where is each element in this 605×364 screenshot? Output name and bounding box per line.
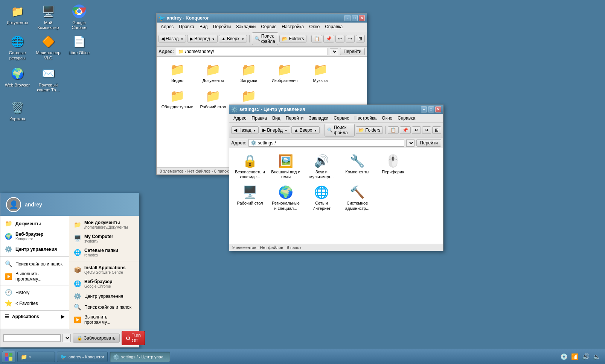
menu-item-favorites[interactable]: ⭐ < Favorites xyxy=(0,298,69,309)
menu-vid[interactable]: Вид xyxy=(197,23,210,30)
konqueror-minimize-btn[interactable]: – xyxy=(344,15,351,21)
s-search-btn[interactable]: 🔍 Поиск файла xyxy=(325,124,355,136)
file-icon-images[interactable]: 📁 Изображения xyxy=(268,61,302,85)
menu-item-webbrowser[interactable]: 🌍 Веб-браузер Konqueror xyxy=(0,229,69,243)
view-mode-btn[interactable]: ⊞ xyxy=(356,35,365,42)
right-item-mydocs[interactable]: 📁 Мои документы /home/andrey/Документы xyxy=(69,218,139,232)
settings-item-sound[interactable]: 🔊 Звук и мультимед... xyxy=(305,152,338,181)
lock-button[interactable]: 🔒 Заблокировать xyxy=(73,334,120,343)
settings-item-regional[interactable]: 🌍 Региональные и специал... xyxy=(269,183,303,212)
menu-zakladki[interactable]: Закладки xyxy=(234,23,258,30)
settings-item-sysadmin[interactable]: 🔨 Системное администр... xyxy=(340,183,374,212)
smenu-pereiti[interactable]: Перейти xyxy=(283,115,306,121)
menu-pravka[interactable]: Правка xyxy=(177,23,197,30)
desktop-icon-documents[interactable]: 📁 Документы xyxy=(4,4,31,30)
desktop-icon-web[interactable]: 🌍 Web Browser xyxy=(4,66,31,93)
settings-item-network[interactable]: 🌐 Сеть и Интернет xyxy=(305,183,338,212)
smenu-pravka[interactable]: Правка xyxy=(249,115,269,121)
settings-item-periphery[interactable]: 🖱️ Периферия xyxy=(376,152,410,181)
smenu-spravka[interactable]: Справка xyxy=(395,115,418,121)
desktop-icon-vlc[interactable]: 🔶 Медиаплеер VLC xyxy=(35,34,62,60)
smenu-okno[interactable]: Окно xyxy=(379,115,395,121)
search-btn[interactable]: 🔍 Поиск файла xyxy=(252,32,279,45)
go-btn[interactable]: Перейти xyxy=(340,48,365,55)
menu-pereiti[interactable]: Перейти xyxy=(211,23,233,30)
right-item-network[interactable]: 🌐 Сетевые папки remote:/ xyxy=(69,246,139,259)
menu-okno[interactable]: Окно xyxy=(307,23,322,30)
start-search-dropdown[interactable] xyxy=(62,334,71,342)
menu-item-findfiles[interactable]: 🔍 Поиск файлов и папок xyxy=(0,258,69,269)
settings-titlebar[interactable]: ⚙️ settings:/ - Центр управления – □ ✕ xyxy=(229,105,443,114)
s-address-input[interactable]: ⚙️ settings:/ xyxy=(248,139,405,147)
right-item-mycomp[interactable]: 🖥️ My Computer system:/ xyxy=(69,232,139,246)
settings-item-appearance[interactable]: 🖼️ Внешний вид и темы xyxy=(269,152,303,181)
smenu-nastroika[interactable]: Настройка xyxy=(352,115,379,121)
smenu-zakladki[interactable]: Закладки xyxy=(306,115,331,121)
volume-icon[interactable]: 🔈 xyxy=(592,352,601,361)
toolbar-extra2[interactable]: ↪ xyxy=(346,35,355,42)
turnoff-button[interactable]: ⏻ Turn Off xyxy=(122,331,145,345)
right-item-run[interactable]: ▶️ Выполнить программу... xyxy=(69,312,139,327)
file-icon-public[interactable]: 📁 Общедоступные xyxy=(160,87,194,111)
sound-icon[interactable]: 🔊 xyxy=(581,352,590,361)
konqueror-maximize-btn[interactable]: □ xyxy=(352,15,358,21)
forward-btn[interactable]: ▶ Вперёд xyxy=(187,35,217,42)
konqueror-close-btn[interactable]: ✕ xyxy=(359,15,365,21)
copy-btn[interactable]: 📋 xyxy=(311,35,322,42)
menu-item-run[interactable]: ▶️ Выполнить программу... xyxy=(0,269,69,284)
desktop-icon-chrome[interactable]: Google Chrome xyxy=(66,4,93,30)
desktop-icon-my-computer[interactable]: 🖥️ Мой Компьютер xyxy=(35,4,62,30)
start-button[interactable] xyxy=(2,351,15,363)
folders-btn[interactable]: 📂 Folders xyxy=(279,35,306,42)
menu-item-documents[interactable]: 📁 Документы xyxy=(0,218,69,229)
menu-adres[interactable]: Адрес xyxy=(158,23,176,30)
file-icon-desktop[interactable]: 📁 Рабочий стол xyxy=(196,87,230,111)
file-icon-video[interactable]: 📁 Видео xyxy=(160,61,194,85)
right-item-install[interactable]: 📦 Install Applications Q4OS Software Cen… xyxy=(69,263,139,277)
s-go-btn[interactable]: Перейти xyxy=(416,139,441,147)
network-icon[interactable]: 📶 xyxy=(570,352,579,361)
paste-btn[interactable]: 📌 xyxy=(323,35,334,42)
taskbar-konqueror-btn[interactable]: 🐦 andrey - Konqueror xyxy=(57,352,108,362)
file-icon-docs[interactable]: 📁 Документы xyxy=(196,61,230,85)
taskbar-file-manager-btn[interactable]: 📁 ⌂ xyxy=(17,352,55,362)
menu-spravka[interactable]: Справка xyxy=(323,23,345,30)
smenu-servis[interactable]: Сервис xyxy=(331,115,351,121)
s-view-btn[interactable]: ⊞ xyxy=(432,126,441,134)
s-up-btn[interactable]: ▲ Вверх xyxy=(291,126,320,134)
settings-item-components[interactable]: 🔧 Компоненты xyxy=(340,152,374,181)
konqueror-titlebar[interactable]: 🐦 andrey - Konqueror – □ ✕ xyxy=(157,14,367,23)
settings-item-desktop[interactable]: 🖥️ Рабочий стол xyxy=(233,183,267,212)
menu-servis[interactable]: Сервис xyxy=(259,23,279,30)
up-btn[interactable]: ▲ Вверх xyxy=(219,35,247,42)
smenu-vid[interactable]: Вид xyxy=(270,115,283,121)
s-extra1[interactable]: ↩ xyxy=(412,126,421,134)
menu-item-apps[interactable]: ☰ Applications ▶ xyxy=(0,312,69,321)
address-dropdown[interactable] xyxy=(330,48,338,55)
s-copy-btn[interactable]: 📋 xyxy=(388,126,399,134)
s-folders-btn[interactable]: 📂 Folders xyxy=(356,126,383,134)
s-address-dropdown[interactable] xyxy=(406,140,415,147)
taskbar-settings-btn[interactable]: ⚙️ settings:/ - Центр упра... xyxy=(110,352,170,362)
back-btn[interactable]: ◀ Назад xyxy=(158,35,186,42)
menu-item-control[interactable]: ⚙️ Центр управления xyxy=(0,243,69,255)
settings-maximize-btn[interactable]: □ xyxy=(428,106,434,112)
address-input[interactable]: 📁 /home/andrey/ xyxy=(176,48,328,55)
s-paste-btn[interactable]: 📌 xyxy=(400,126,411,134)
desktop-icon-mail[interactable]: ✉️ Почтовый клиент Th... xyxy=(35,66,62,93)
right-item-control[interactable]: ⚙️ Центр управления xyxy=(69,291,139,302)
menu-item-history[interactable]: 🕐 History xyxy=(0,287,69,298)
file-icon-downloads[interactable]: 📁 Загрузки xyxy=(232,61,266,85)
toolbar-extra1[interactable]: ↩ xyxy=(335,35,344,42)
desktop-icon-libreoffice[interactable]: 📄 Libre Office xyxy=(66,34,93,60)
s-forward-btn[interactable]: ▶ Вперёд xyxy=(260,126,290,134)
right-item-find[interactable]: 🔍 Поиск файлов и папок xyxy=(69,302,139,312)
settings-close-btn[interactable]: ✕ xyxy=(435,106,441,112)
dvd-icon[interactable]: 💿 xyxy=(559,352,568,361)
file-icon-music[interactable]: 📁 Музыка xyxy=(303,61,337,85)
desktop-icon-network[interactable]: 🌐 Сетевые ресурсы xyxy=(4,34,31,60)
start-search-input[interactable] xyxy=(3,334,61,342)
s-back-btn[interactable]: ◀ Назад xyxy=(231,126,259,134)
settings-item-security[interactable]: 🔒 Безопасность и конфиде... xyxy=(233,152,267,181)
desktop-icon-trash[interactable]: 🗑️ Корзина xyxy=(4,100,31,121)
